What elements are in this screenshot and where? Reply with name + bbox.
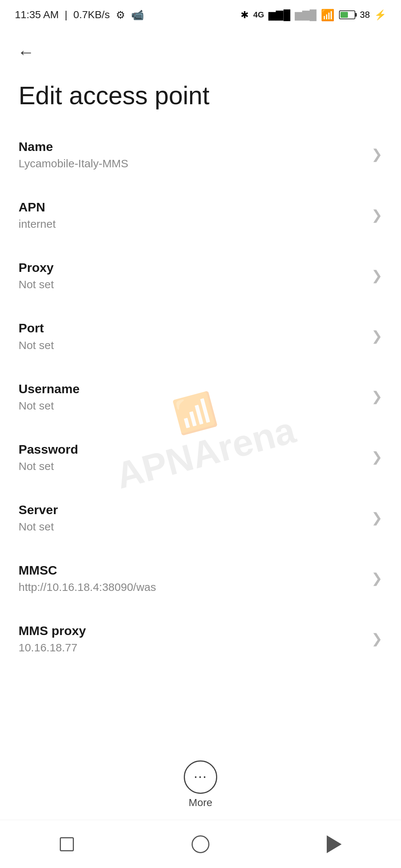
more-button[interactable]: ⋯ More [184,760,217,809]
chevron-right-icon: ❯ [371,207,382,223]
settings-value-name: Lycamobile-Italy-MMS [19,156,364,171]
settings-list: Name Lycamobile-Italy-MMS ❯ APN internet… [0,124,401,669]
settings-item-password[interactable]: Password Not set ❯ [0,427,401,487]
settings-label-proxy: Proxy [19,259,364,276]
signal-bars2-icon: ▆▇█ [295,9,316,21]
chevron-right-icon: ❯ [371,328,382,344]
settings-label-mmsc: MMSC [19,562,364,578]
more-circle: ⋯ [184,760,217,794]
settings-item-mms-proxy-content: MMS proxy 10.16.18.77 [19,622,364,655]
settings-item-mms-proxy[interactable]: MMS proxy 10.16.18.77 ❯ [0,608,401,669]
nav-back-icon [327,835,342,853]
settings-item-proxy[interactable]: Proxy Not set ❯ [0,245,401,306]
more-dots-icon: ⋯ [193,770,208,784]
settings-label-mms-proxy: MMS proxy [19,622,364,639]
nav-home-button[interactable] [186,829,215,859]
settings-icon: ⚙ [116,9,125,21]
bottom-action: ⋯ More [0,760,401,809]
chevron-right-icon: ❯ [371,389,382,404]
video-icon: 📹 [131,9,144,21]
nav-recents-icon [60,837,74,851]
chevron-right-icon: ❯ [371,449,382,465]
wifi-icon: 📶 [321,9,335,22]
nav-back-button[interactable] [319,829,349,859]
settings-value-server: Not set [19,519,364,534]
nav-bar [0,820,401,868]
settings-item-password-content: Password Not set [19,441,364,473]
status-left: 11:35 AM | 0.7KB/s ⚙ 📹 [15,9,144,21]
settings-item-name[interactable]: Name Lycamobile-Italy-MMS ❯ [0,124,401,185]
speed-display: | [65,9,67,21]
settings-value-port: Not set [19,338,364,352]
data-speed: 0.7KB/s [74,9,110,21]
status-right: ✱ 4G ▆▇█ ▆▇█ 📶 38 ⚡ [241,9,386,22]
settings-item-mmsc-content: MMSC http://10.16.18.4:38090/was [19,562,364,594]
settings-item-apn-content: APN internet [19,199,364,231]
settings-value-mmsc: http://10.16.18.4:38090/was [19,580,364,594]
settings-value-password: Not set [19,459,364,473]
battery-indicator [339,10,355,19]
chevron-right-icon: ❯ [371,268,382,283]
battery-fill [340,12,348,18]
back-arrow-icon: ← [17,42,35,62]
settings-value-username: Not set [19,398,364,413]
settings-value-proxy: Not set [19,277,364,292]
settings-item-mmsc[interactable]: MMSC http://10.16.18.4:38090/was ❯ [0,548,401,608]
battery-percent: 38 [360,10,370,20]
nav-home-icon [192,835,209,853]
settings-label-name: Name [19,138,364,155]
more-label: More [189,797,212,809]
settings-item-apn[interactable]: APN internet ❯ [0,185,401,245]
settings-label-apn: APN [19,199,364,215]
bluetooth-icon: ✱ [241,9,249,21]
nav-recents-button[interactable] [52,829,82,859]
settings-item-server-content: Server Not set [19,502,364,534]
page-title: Edit access point [0,70,401,124]
settings-value-mms-proxy: 10.16.18.77 [19,640,364,655]
settings-label-port: Port [19,320,364,336]
settings-item-name-content: Name Lycamobile-Italy-MMS [19,138,364,171]
chevron-right-icon: ❯ [371,510,382,526]
settings-item-username[interactable]: Username Not set ❯ [0,366,401,427]
settings-label-server: Server [19,502,364,518]
bolt-icon: ⚡ [374,9,386,21]
network-4g-icon: 4G [253,10,264,20]
chevron-right-icon: ❯ [371,631,382,647]
signal-bars-icon: ▆▇█ [268,9,290,21]
status-bar: 11:35 AM | 0.7KB/s ⚙ 📹 ✱ 4G ▆▇█ ▆▇█ 📶 38… [0,0,401,30]
settings-label-password: Password [19,441,364,457]
settings-item-server[interactable]: Server Not set ❯ [0,487,401,548]
top-nav: ← [0,30,401,70]
back-button[interactable]: ← [15,41,37,63]
settings-item-port[interactable]: Port Not set ❯ [0,306,401,366]
settings-item-port-content: Port Not set [19,320,364,352]
chevron-right-icon: ❯ [371,147,382,162]
settings-value-apn: internet [19,217,364,231]
settings-label-username: Username [19,381,364,397]
time-display: 11:35 AM [15,9,59,21]
settings-item-username-content: Username Not set [19,381,364,413]
settings-item-proxy-content: Proxy Not set [19,259,364,292]
chevron-right-icon: ❯ [371,571,382,586]
